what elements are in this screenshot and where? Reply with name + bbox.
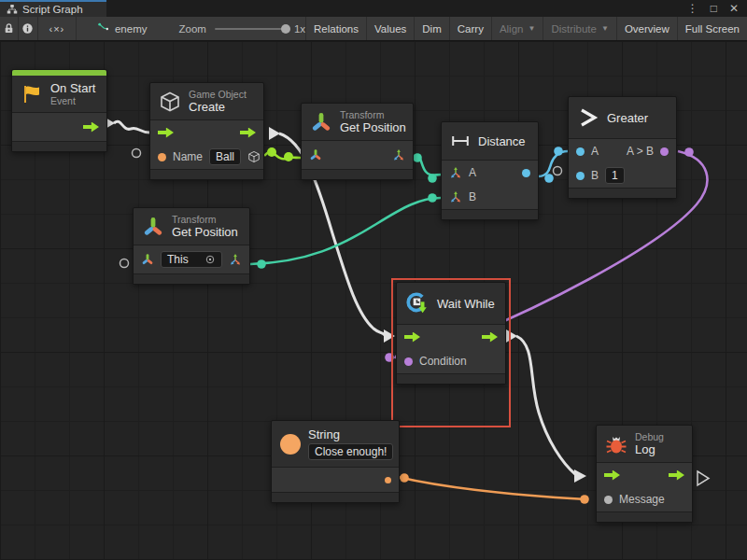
transform-input-port[interactable] [309, 148, 322, 161]
relations-button[interactable]: Relations [305, 17, 366, 40]
vector3-output-port[interactable] [229, 253, 242, 266]
flow-arrowhead [574, 469, 586, 483]
flag-icon [21, 83, 43, 105]
wire-dot [428, 193, 437, 203]
chevron-down-icon: ▼ [528, 24, 535, 33]
flow-arrowhead [269, 127, 280, 140]
port-label: B [591, 169, 599, 182]
zoom-value: 1x [294, 23, 305, 35]
wire-getposition-to-distance-b[interactable] [250, 198, 441, 264]
b-value-field[interactable]: 1 [605, 167, 625, 184]
info-button[interactable] [19, 17, 38, 40]
zoom-control: Zoom 1x [178, 23, 305, 35]
node-footer [442, 209, 538, 219]
tab-script-graph[interactable]: Script Graph [0, 0, 106, 17]
node-greater[interactable]: Greater A A > B B 1 [568, 96, 677, 199]
wire-string-to-message[interactable] [398, 477, 586, 499]
wire-dot [544, 174, 554, 183]
flow-input-port[interactable] [158, 128, 174, 138]
node-on-start[interactable]: On Start Event [11, 69, 107, 152]
node-title: Get Position [340, 120, 406, 134]
wire-dot [684, 147, 694, 157]
transform-input-port[interactable] [141, 253, 154, 266]
node-debug-log[interactable]: Debug Log Message [596, 425, 693, 523]
node-footer [150, 169, 263, 179]
vector3-output-port[interactable] [392, 148, 405, 161]
distance-icon [450, 131, 471, 151]
node-category: Transform [340, 109, 406, 120]
string-value-field[interactable]: Close enough! [308, 443, 393, 460]
wire-waitwhile-to-log[interactable] [516, 336, 575, 474]
flow-input-port[interactable] [604, 470, 620, 481]
message-input-port[interactable] [604, 496, 613, 504]
name-field[interactable]: Ball [209, 148, 241, 165]
node-footer [397, 373, 505, 384]
node-get-position-top[interactable]: Transform Get Position [301, 103, 414, 180]
dim-button[interactable]: Dim [414, 17, 448, 40]
node-create[interactable]: Game Object Create Name Ball [149, 82, 264, 180]
full-screen-button[interactable]: Full Screen [677, 17, 747, 40]
zoom-slider-handle[interactable] [281, 24, 290, 34]
flow-input-port[interactable] [404, 332, 420, 343]
wire-dot [267, 147, 276, 157]
node-category: Debug [635, 431, 664, 442]
graph-canvas[interactable]: On Start Event Game Object Create Name [0, 41, 747, 560]
input-port-b[interactable] [576, 172, 585, 180]
wire-dot [400, 473, 409, 483]
carry-button[interactable]: Carry [449, 17, 491, 40]
close-icon[interactable]: ✕ [729, 2, 739, 15]
node-category: Transform [172, 214, 238, 225]
overview-button[interactable]: Overview [616, 17, 677, 40]
flow-output-port[interactable] [83, 122, 99, 133]
graph-breadcrumb[interactable]: enemy [97, 22, 148, 35]
vector3-input-port-a[interactable] [449, 166, 462, 179]
flow-output-port[interactable] [240, 128, 256, 138]
lock-button[interactable] [0, 17, 19, 40]
maximize-icon[interactable]: □ [711, 2, 717, 15]
node-distance[interactable]: Distance A B [441, 121, 539, 220]
transform-icon [142, 216, 164, 238]
node-title: Create [189, 100, 247, 114]
condition-input-port[interactable] [404, 357, 413, 366]
string-input-port[interactable] [158, 153, 166, 161]
graph-icon [97, 22, 109, 35]
window-menu-icon[interactable]: ⋮ [687, 2, 698, 15]
values-button[interactable]: Values [366, 17, 414, 40]
port-label: A [469, 166, 476, 179]
wire-dot [284, 152, 293, 161]
float-output-port[interactable] [522, 169, 530, 177]
node-title: Greater [607, 111, 648, 125]
zoom-slider[interactable] [215, 28, 286, 30]
port-label: A [591, 145, 599, 158]
wire-onstart-to-create[interactable] [114, 121, 151, 133]
code-view-button[interactable]: ‹×› [38, 17, 77, 40]
bug-icon [605, 433, 627, 455]
zoom-label: Zoom [178, 23, 205, 35]
string-output-port[interactable] [385, 477, 391, 483]
object-picker-icon[interactable] [204, 254, 216, 265]
node-title: On Start [50, 81, 95, 95]
wait-clock-icon [405, 291, 430, 315]
output-label: A > B [627, 145, 654, 158]
lock-icon [3, 22, 15, 35]
node-wait-while[interactable]: Wait While Condition [396, 282, 506, 385]
greater-icon [577, 106, 599, 129]
vector3-input-port-b[interactable] [449, 190, 462, 203]
input-port-a[interactable] [576, 147, 585, 156]
target-field[interactable]: This [161, 251, 222, 268]
flow-output-port[interactable] [482, 332, 498, 343]
node-subtitle: Event [50, 95, 95, 106]
node-footer [569, 188, 676, 198]
info-icon [21, 22, 34, 35]
window-titlebar: Script Graph ⋮ □ ✕ [0, 0, 747, 17]
node-get-position-left[interactable]: Transform Get Position This [133, 207, 250, 285]
port-label: Message [619, 493, 665, 506]
node-footer [272, 492, 399, 502]
node-string[interactable]: String Close enough! [271, 420, 400, 503]
node-category: Game Object [189, 89, 247, 100]
game-object-output-port[interactable] [247, 150, 261, 163]
hierarchy-icon [7, 4, 18, 15]
wire-dot [413, 153, 422, 162]
bool-output-port[interactable] [660, 147, 669, 156]
flow-output-port[interactable] [669, 470, 684, 481]
